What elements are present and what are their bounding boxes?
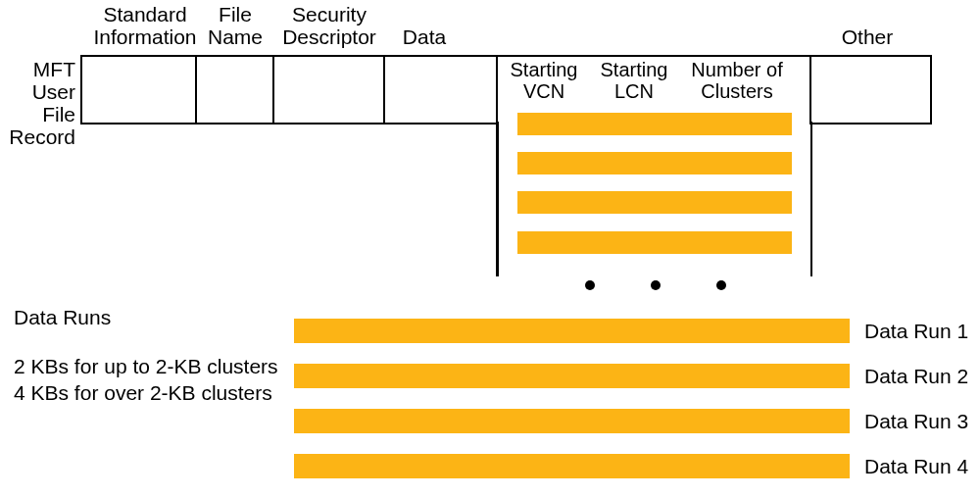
text: Number of [683,59,791,80]
text: Data Run 1 [864,320,968,342]
text: VCN [505,80,583,102]
frame-right-line [810,122,813,276]
label-data-runs-title: Data Runs [14,306,111,328]
label-note-4kb: 4 KBs for over 2-KB clusters [14,381,272,404]
text: Standard [86,3,204,25]
text: Security [275,3,383,25]
text: Clusters [683,80,791,102]
label-security-descriptor: Security Descriptor [275,3,383,48]
data-run-bar-4 [294,454,850,478]
label-mft-user-file-record: MFT User File Record [0,58,75,148]
frame-left-line [496,122,499,276]
label-standard-information: Standard Information [86,3,204,48]
text: File [0,103,75,125]
mapping-row-1 [517,113,792,135]
cell-security-descriptor [272,55,386,124]
text: Data Run 2 [864,365,968,387]
label-data-run-4: Data Run 4 [864,455,968,477]
data-run-bar-1 [294,319,850,343]
cell-other [809,55,932,124]
text: Record [0,125,75,148]
text: Other [842,25,894,48]
label-data-run-3: Data Run 3 [864,410,968,432]
mapping-row-3 [517,191,792,214]
cell-file-name [195,55,275,124]
ellipsis-dot [716,280,726,290]
text: 4 KBs for over 2-KB clusters [14,381,272,404]
data-run-bar-3 [294,409,850,433]
text: Data Runs [14,306,111,328]
label-data: Data [395,25,454,48]
text: MFT [0,58,75,80]
text: Data [403,25,446,48]
label-file-name: File Name [201,3,270,48]
text: Information [86,25,204,48]
ellipsis-dot [651,280,661,290]
text: LCN [595,80,673,102]
text: 2 KBs for up to 2-KB clusters [14,355,278,377]
data-run-bar-2 [294,364,850,388]
ellipsis-dot [585,280,595,290]
cell-data [383,55,499,124]
header-starting-vcn: Starting VCN [505,59,583,102]
text: File [201,3,270,25]
label-other: Other [833,25,902,48]
text: Descriptor [275,25,383,48]
text: Starting [595,59,673,80]
text: Starting [505,59,583,80]
mapping-row-4 [517,231,792,254]
header-number-of-clusters: Number of Clusters [683,59,791,102]
text: Name [201,25,270,48]
label-data-run-1: Data Run 1 [864,320,968,342]
header-starting-lcn: Starting LCN [595,59,673,102]
text: Data Run 4 [864,455,968,477]
label-data-run-2: Data Run 2 [864,365,968,387]
label-note-2kb: 2 KBs for up to 2-KB clusters [14,355,278,377]
diagram-root: Standard Information File Name Security … [0,0,980,498]
mapping-row-2 [517,152,792,174]
text: Data Run 3 [864,410,968,432]
text: User [0,80,75,103]
cell-standard-information [80,55,198,124]
